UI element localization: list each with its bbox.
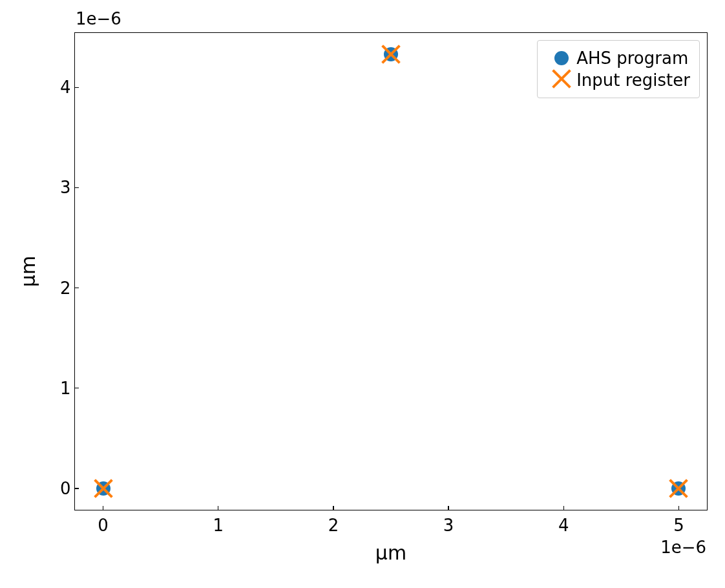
x-axis-label: µm (375, 541, 406, 564)
x-tick-mark (678, 506, 680, 510)
cross-marker-icon (552, 69, 571, 91)
circle-marker-icon (554, 51, 569, 65)
y-tick-label: 3 (60, 178, 71, 197)
cross-marker-icon (669, 479, 688, 498)
x-tick-mark (218, 506, 219, 510)
x-tick-mark (103, 506, 104, 510)
cross-marker-icon (94, 479, 113, 498)
x-tick-mark (448, 506, 449, 510)
x-tick-label: 4 (558, 516, 569, 535)
legend-marker-cross-icon (547, 69, 576, 91)
x-tick-label: 3 (443, 516, 454, 535)
x-tick-label: 1 (213, 516, 224, 535)
y-axis-label: µm (17, 256, 39, 287)
x-tick-mark (563, 506, 565, 510)
y-tick-mark (74, 488, 79, 489)
legend-item-ahs-program: AHS program (547, 47, 690, 69)
y-tick-mark (74, 87, 79, 89)
x-tick-mark (333, 506, 334, 510)
chart-figure: 01234501234 1e−6 1e−6 µm µm AHS program … (0, 0, 725, 588)
y-axis-offset-text: 1e−6 (76, 9, 121, 28)
x-axis-offset-text: 1e−6 (660, 538, 706, 557)
legend-marker-circle-icon (547, 51, 576, 65)
y-tick-label: 0 (60, 479, 71, 498)
y-tick-label: 1 (60, 379, 71, 398)
y-tick-mark (74, 388, 79, 389)
y-tick-mark (74, 187, 79, 189)
cross-marker-icon (381, 45, 401, 64)
y-tick-mark (74, 288, 79, 289)
legend-label: AHS program (576, 48, 688, 68)
legend-box: AHS program Input register (537, 40, 700, 98)
y-tick-label: 4 (60, 78, 71, 97)
x-tick-label: 0 (98, 516, 109, 535)
legend-label: Input register (576, 70, 690, 90)
legend-item-input-register: Input register (547, 69, 690, 91)
x-tick-label: 2 (328, 516, 339, 535)
y-tick-label: 2 (60, 278, 71, 298)
axes-frame (74, 32, 708, 510)
x-tick-label: 5 (673, 516, 684, 535)
